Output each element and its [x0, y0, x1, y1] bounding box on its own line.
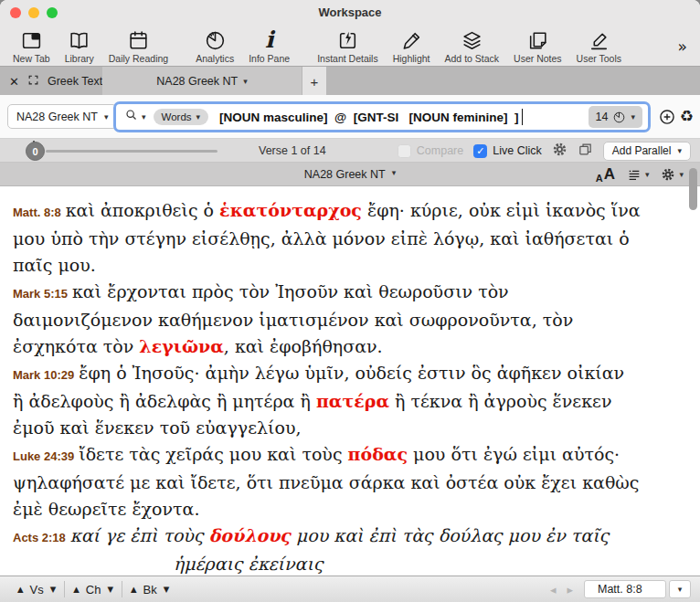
window-title: Workspace [0, 5, 700, 19]
highlight-icon [400, 28, 423, 52]
greek-text: ἐσχηκότα τὸν [13, 336, 139, 356]
chevron-down-icon: ▾ [679, 170, 684, 179]
analytics-icon [204, 28, 227, 52]
info-pane-button[interactable]: i Info Pane [241, 27, 297, 65]
greek-text: καὶ ἔρχονται πρὸς τὸν Ἰησοῦν καὶ θεωροῦσ… [72, 281, 509, 301]
reference-field[interactable]: Matt. 8:8 [584, 580, 666, 598]
instant-details-icon [336, 28, 359, 52]
new-tab-plus-button[interactable]: + [302, 67, 326, 96]
reference-dropdown-button[interactable]: ▾ [669, 580, 691, 598]
verse-nav: ▲ Vs ▼ [9, 583, 64, 597]
greek-text: μου ὑπὸ τὴν στέγην εἰσέλθῃς, ἀλλὰ μόνον … [13, 228, 630, 248]
scrollbar-thumb[interactable] [689, 168, 697, 210]
book-nav-label: Bk [143, 583, 157, 597]
search-hit-word[interactable]: λεγιῶνα [139, 336, 224, 356]
hits-badge-dropdown[interactable]: 14 ▾ [589, 106, 642, 128]
zone-label[interactable]: Greek Texts [48, 75, 108, 88]
add-parallel-button[interactable]: Add Parallel ▾ [603, 142, 691, 161]
search-scope-dropdown[interactable]: ▾ [124, 108, 146, 126]
verse-paragraph: Luke 24:39ἴδετε τὰς χεῖράς μου καὶ τοὺς … [13, 441, 693, 523]
greek-text: ἡμέραις ἐκείναις [174, 554, 323, 574]
greek-text: ἐμοῦ καὶ ἕνεκεν τοῦ εὐαγγελίου, [13, 417, 302, 438]
greek-text: δαιμονιζόμενον καθήμενον ἱματισμένον καὶ… [13, 310, 573, 330]
chapter-up-button[interactable]: ▲ [73, 585, 80, 594]
greek-text: μου καὶ ἐπὶ τὰς δούλας μου ἐν ταῖς [291, 525, 609, 545]
new-tab-button[interactable]: New Tab [5, 27, 58, 65]
daily-reading-icon [127, 28, 150, 52]
user-tools-icon [588, 28, 610, 52]
verse-reference[interactable]: Matt. 8:8 [13, 206, 61, 219]
verse-up-button[interactable]: ▲ [17, 585, 24, 594]
chevron-down-icon: ▾ [142, 112, 146, 121]
search-hit-word[interactable]: πόδας [348, 444, 408, 464]
compare-label: Compare [417, 144, 463, 157]
context-bar: 0 Verse 1 of 14 ✓ Compare ✓ Live Click A… [0, 139, 700, 163]
text-cursor [522, 109, 524, 125]
compare-checkbox[interactable]: ✓ [398, 144, 411, 158]
title-bar: Workspace [0, 0, 700, 26]
pie-chart-icon [612, 111, 626, 124]
instant-details-button[interactable]: Instant Details [310, 27, 386, 65]
context-slider-track[interactable] [46, 150, 217, 153]
user-notes-button[interactable]: User Notes [506, 27, 569, 65]
search-query-input[interactable]: [NOUN masculine] @ [GNT-SI [NOUN feminin… [219, 111, 518, 124]
module-dropdown[interactable]: NA28 Greek NT ▾ [7, 104, 117, 129]
search-hit-word[interactable]: ἑκατόνταρχος [219, 200, 362, 220]
book-up-button[interactable]: ▲ [131, 585, 137, 594]
live-click-checkbox[interactable]: ✓ [473, 144, 487, 158]
verse-position-label: Verse 1 of 14 [259, 144, 326, 157]
verse-down-button[interactable]: ▼ [50, 585, 57, 594]
expand-zone-icon[interactable] [27, 73, 39, 90]
outline-dropdown[interactable]: ▾ [627, 167, 650, 182]
verse-reference[interactable]: Mark 10:29 [13, 368, 74, 382]
pane-settings-dropdown[interactable]: ▾ [661, 167, 684, 182]
greek-text: καί γε ἐπὶ τοὺς [70, 525, 209, 545]
hit-count: 14 [596, 111, 609, 123]
pane-header: NA28 Greek NT ▾ AA ▾ ▾ [0, 163, 700, 186]
greek-text: καὶ ἀποκριθεὶς ὁ [66, 200, 219, 220]
search-field[interactable]: ▾ Words ▾ [NOUN masculine] @ [GNT-SI [NO… [113, 101, 651, 132]
history-back-button[interactable]: ◂ [550, 583, 557, 597]
live-click-label: Live Click [493, 144, 542, 157]
search-row: NA28 Greek NT ▾ ▾ Words ▾ [NOUN masculin… [0, 95, 700, 139]
library-icon [68, 28, 90, 52]
context-slider-knob[interactable]: 0 [26, 142, 45, 161]
greek-text: ἔφη ὁ Ἰησοῦς· ἀμὴν λέγω ὑμῖν, οὐδείς ἐστ… [79, 363, 624, 383]
greek-text: ἐμὲ θεωρεῖτε ἔχοντα. [13, 499, 200, 519]
bottom-bar: ▲ Vs ▼ ▲ Ch ▼ ▲ Bk ▼ ◂ ▸ Matt. 8:8 ▾ [0, 576, 700, 602]
search-hit-word[interactable]: πατέρα [316, 391, 389, 411]
tab-bar: ✕ Greek Texts NA28 Greek NT ▾ + [0, 66, 700, 95]
greek-text: ἔφη· κύριε, οὐκ εἰμὶ ἱκανὸς ἵνα [362, 200, 641, 220]
chevron-down-icon: ▾ [104, 112, 109, 121]
daily-reading-button[interactable]: Daily Reading [101, 27, 175, 65]
list-icon [627, 167, 642, 182]
verse-list[interactable]: Matt. 8:8καὶ ἀποκριθεὶς ὁ ἑκατόνταρχος ἔ… [0, 186, 700, 576]
search-mode-dropdown[interactable]: Words ▾ [154, 109, 209, 125]
greek-text: , καὶ ἐφοβήθησαν. [224, 336, 383, 356]
search-hit-word[interactable]: δούλους [209, 525, 291, 545]
add-search-item-button[interactable] [658, 108, 676, 130]
verse-reference[interactable]: Mark 5:15 [13, 287, 68, 301]
verse-reference[interactable]: Acts 2:18 [13, 531, 66, 544]
tab-na28-greek-nt[interactable]: NA28 Greek NT ▾ [102, 67, 302, 96]
font-size-button[interactable]: AA [596, 165, 615, 184]
add-to-stack-button[interactable]: Add to Stack [438, 27, 507, 65]
book-down-button[interactable]: ▼ [164, 585, 170, 594]
chapter-nav-label: Ch [86, 583, 101, 597]
live-click-settings-gear-icon[interactable] [552, 142, 567, 161]
recycle-search-button[interactable]: ♻ [680, 107, 694, 125]
history-forward-button[interactable]: ▸ [567, 583, 573, 597]
verse-paragraph: Acts 2:18καί γε ἐπὶ τοὺς δούλους μου καὶ… [13, 523, 693, 576]
user-tools-button[interactable]: User Tools [569, 27, 629, 65]
highlight-button[interactable]: Highlight [386, 27, 438, 65]
close-zone-icon[interactable]: ✕ [9, 75, 19, 89]
user-notes-icon [526, 28, 549, 52]
library-button[interactable]: Library [58, 27, 101, 65]
verse-nav-label: Vs [30, 583, 44, 597]
verse-reference[interactable]: Luke 24:39 [13, 449, 74, 463]
toolbar-overflow-button[interactable]: » [669, 37, 696, 56]
panes-icon[interactable] [578, 142, 593, 161]
compare-control: ✓ Compare [398, 144, 463, 158]
chapter-down-button[interactable]: ▼ [107, 585, 113, 594]
analytics-button[interactable]: Analytics [188, 27, 241, 65]
